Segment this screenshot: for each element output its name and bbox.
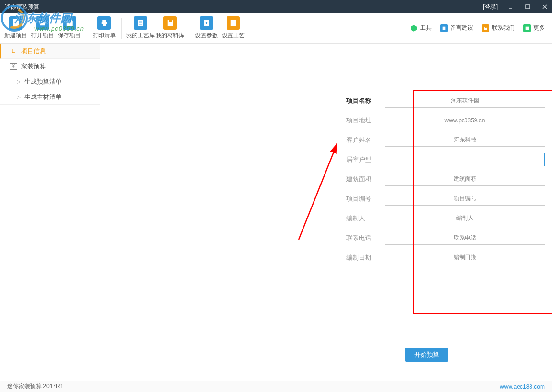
svg-rect-10	[231, 20, 236, 26]
label-client: 客户姓名	[346, 136, 385, 144]
svg-point-9	[206, 22, 208, 24]
maximize-button[interactable]	[520, 0, 535, 13]
feedback-link[interactable]: 留言建议	[440, 24, 473, 32]
svg-rect-13	[526, 26, 529, 30]
print-button[interactable]: 打印清单	[91, 13, 118, 43]
save-icon	[63, 16, 76, 30]
document-icon	[134, 16, 147, 30]
more-icon	[523, 24, 531, 32]
save-project-button[interactable]: 保存项目	[56, 13, 83, 43]
doc-settings-icon	[200, 16, 213, 30]
close-button[interactable]	[538, 0, 552, 13]
sidebar: E 项目信息 ¥ 家装预算 ▷ 生成预算清单 ▷ 生成主材清单	[0, 44, 100, 381]
svg-rect-12	[443, 26, 446, 30]
field-client[interactable]: 河东科技	[385, 133, 545, 147]
minimize-button[interactable]	[503, 0, 518, 13]
field-name[interactable]: 河东软件园	[385, 94, 545, 108]
mail-icon	[482, 24, 489, 32]
toolbar-label: 我的材料库	[156, 32, 184, 40]
field-date[interactable]: 编制日期	[385, 251, 545, 264]
sidebar-item-home-budget[interactable]: ¥ 家装预算	[0, 59, 100, 74]
label-phone: 联系电话	[346, 234, 385, 242]
field-author[interactable]: 编制人	[385, 212, 545, 225]
cube-icon	[410, 24, 418, 32]
toolbar-label: 我的工艺库	[126, 32, 155, 40]
status-bar: 迷你家装预算 2017R1 www.aec188.com	[0, 381, 552, 392]
project-form: 项目名称 河东软件园 项目地址 www.pc0359.cn 客户姓名 河东科技 …	[346, 94, 545, 270]
main-area: E 项目信息 ¥ 家装预算 ▷ 生成预算清单 ▷ 生成主材清单 项目名称 河东软…	[0, 43, 552, 381]
square-yen-icon: ¥	[10, 63, 17, 70]
set-process-button[interactable]: 设置工艺	[220, 13, 247, 43]
link-label: 工具	[420, 24, 432, 32]
content: 项目名称 河东软件园 项目地址 www.pc0359.cn 客户姓名 河东科技 …	[100, 44, 552, 381]
label-number: 项目编号	[346, 195, 385, 203]
label-area: 建筑面积	[346, 175, 385, 184]
sidebar-label: 项目信息	[21, 47, 46, 55]
sidebar-label: 生成主材清单	[24, 93, 62, 101]
doc-process-icon	[227, 16, 240, 30]
sidebar-label: 家装预算	[21, 62, 46, 71]
folder-open-icon	[36, 16, 49, 30]
toolbar-label: 设置工艺	[222, 32, 245, 40]
toolbar-label: 打开项目	[31, 32, 54, 40]
link-label: 更多	[533, 24, 545, 32]
field-room-type[interactable]	[385, 153, 545, 166]
login-link[interactable]: [登录]	[480, 3, 500, 11]
material-lib-button[interactable]: 我的材料库	[155, 13, 185, 43]
status-text: 迷你家装预算 2017R1	[7, 382, 63, 391]
set-params-button[interactable]: 设置参数	[193, 13, 220, 43]
more-link[interactable]: 更多	[523, 24, 545, 32]
label-name: 项目名称	[346, 97, 385, 105]
titlebar: 迷你家装预算 [登录]	[0, 0, 552, 13]
toolbar-label: 打印清单	[93, 32, 116, 40]
link-label: 联系我们	[492, 24, 515, 32]
label-room-type: 居室户型	[346, 155, 385, 164]
arrow-annotation	[289, 139, 346, 244]
sidebar-item-project-info[interactable]: E 项目信息	[0, 44, 100, 59]
open-project-button[interactable]: 打开项目	[29, 13, 56, 43]
sidebar-item-gen-budget[interactable]: ▷ 生成预算清单	[0, 74, 100, 89]
sidebar-item-gen-material[interactable]: ▷ 生成主材清单	[0, 89, 100, 105]
note-icon	[440, 24, 448, 32]
svg-rect-1	[526, 5, 530, 9]
process-lib-button[interactable]: 我的工艺库	[126, 13, 155, 43]
field-address[interactable]: www.pc0359.cn	[385, 114, 545, 127]
toolbar-label: 新建项目	[4, 32, 27, 40]
new-project-button[interactable]: 新建项目	[2, 13, 29, 43]
new-file-icon	[9, 16, 22, 30]
status-url[interactable]: www.aec188.com	[500, 383, 545, 390]
toolbar-label: 保存项目	[58, 32, 81, 40]
triangle-right-icon: ▷	[17, 79, 21, 84]
toolbar-label: 设置参数	[195, 32, 218, 40]
save-alt-icon	[163, 16, 177, 30]
label-address: 项目地址	[346, 116, 385, 125]
svg-line-14	[299, 144, 337, 240]
link-label: 留言建议	[450, 24, 473, 32]
square-e-icon: E	[10, 48, 17, 54]
triangle-right-icon: ▷	[17, 94, 21, 99]
start-budget-button[interactable]: 开始预算	[405, 348, 448, 362]
sidebar-label: 生成预算清单	[24, 77, 62, 86]
text-caret	[465, 156, 465, 163]
toolbar: 新建项目 打开项目 保存项目 打印清单 我的工艺库 我的材料库 设置参数	[0, 13, 552, 43]
field-number[interactable]: 项目编号	[385, 192, 545, 206]
label-date: 编制日期	[346, 253, 385, 262]
printer-icon	[97, 16, 111, 30]
field-area[interactable]: 建筑面积	[385, 173, 545, 186]
label-author: 编制人	[346, 214, 385, 223]
tools-link[interactable]: 工具	[410, 24, 432, 32]
contact-link[interactable]: 联系我们	[482, 24, 515, 32]
window-title: 迷你家装预算	[5, 3, 39, 11]
field-phone[interactable]: 联系电话	[385, 231, 545, 245]
